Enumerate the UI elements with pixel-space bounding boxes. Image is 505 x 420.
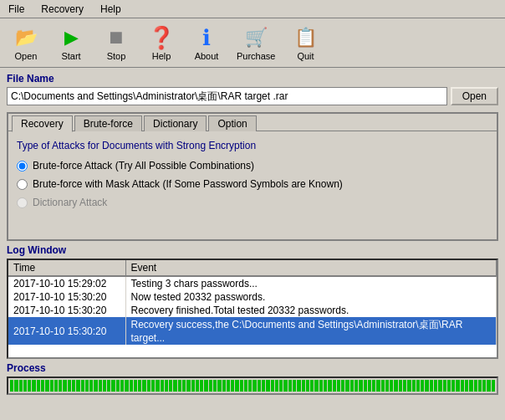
process-block (376, 380, 380, 392)
process-block (240, 380, 243, 392)
process-block (271, 380, 274, 392)
process-block (492, 380, 495, 392)
tab-header: Recovery Brute-force Dictionary Option (8, 114, 497, 131)
start-button[interactable]: ▶ Start (50, 22, 92, 64)
radio-dictionary-label: Dictionary Attack (33, 197, 107, 208)
purchase-button[interactable]: 🛒 Purchase (231, 22, 281, 64)
process-block (76, 380, 79, 392)
open-button[interactable]: 📂 Open (5, 22, 47, 64)
log-row[interactable]: 2017-10-10 15:30:20Now tested 20332 pass… (8, 290, 497, 304)
about-button[interactable]: ℹ About (186, 22, 227, 64)
process-block (138, 380, 141, 392)
radio-mask-attack: Brute-force with Mask Attack (If Some Pa… (17, 178, 488, 190)
process-block (45, 380, 48, 392)
start-icon: ▶ (58, 24, 84, 51)
process-block (103, 380, 106, 392)
process-block (72, 380, 75, 392)
process-block (487, 380, 490, 392)
process-block (125, 380, 128, 392)
process-section: Process (7, 362, 498, 395)
log-cell-event: Recovery success,the C:\Documents and Se… (125, 317, 497, 345)
about-icon: ℹ (193, 24, 220, 51)
process-block (368, 380, 371, 392)
process-block (213, 380, 217, 392)
process-block (41, 380, 44, 392)
process-block (288, 380, 292, 392)
open-icon: 📂 (13, 24, 39, 51)
toolbar: 📂 Open ▶ Start ⏹ Stop ❓ Help ℹ About 🛒 P… (0, 18, 505, 68)
file-input[interactable] (7, 87, 447, 105)
process-block (89, 380, 93, 392)
radio-mask-input[interactable] (17, 179, 28, 190)
log-row[interactable]: 2017-10-10 15:30:20Recovery finished.Tot… (8, 304, 497, 317)
process-block (235, 380, 238, 392)
process-block (209, 380, 212, 392)
process-block (186, 380, 190, 392)
process-block (341, 380, 344, 392)
process-block (364, 380, 367, 392)
quit-button[interactable]: 📋 Quit (284, 22, 326, 64)
process-block (262, 380, 265, 392)
radio-brute-force-input[interactable] (17, 161, 28, 172)
menu-recovery[interactable]: Recovery (36, 2, 89, 17)
process-block (258, 380, 261, 392)
log-cell-event: Recovery finished.Total tested 20332 pas… (125, 304, 497, 317)
process-block (407, 380, 411, 392)
log-cell-time: 2017-10-10 15:30:20 (8, 317, 125, 345)
process-block (10, 380, 13, 392)
process-block (204, 380, 207, 392)
menu-help[interactable]: Help (95, 2, 126, 17)
process-block (359, 380, 362, 392)
process-block (161, 380, 164, 392)
tab-recovery[interactable]: Recovery (12, 115, 73, 132)
log-cell-time: 2017-10-10 15:30:20 (8, 290, 125, 304)
help-button[interactable]: ❓ Help (140, 22, 182, 64)
log-table-container[interactable]: Time Event 2017-10-10 15:29:02Testing 3 … (7, 259, 498, 359)
log-header-row: Time Event (8, 260, 497, 276)
process-block (297, 380, 300, 392)
process-block (482, 380, 486, 392)
log-row[interactable]: 2017-10-10 15:30:20Recovery success,the … (8, 317, 497, 345)
process-block (461, 380, 464, 392)
process-block (244, 380, 247, 392)
menu-bar: File Recovery Help (0, 0, 505, 18)
process-block (355, 380, 358, 392)
process-block (37, 380, 40, 392)
log-cell-time: 2017-10-10 15:29:02 (8, 276, 125, 290)
tab-area: Recovery Brute-force Dictionary Option T… (7, 112, 498, 241)
log-cell-time: 2017-10-10 15:30:20 (8, 304, 125, 317)
process-block (319, 380, 323, 392)
tab-option[interactable]: Option (208, 115, 256, 131)
process-block (68, 380, 71, 392)
process-block (412, 380, 416, 392)
help-label: Help (152, 51, 171, 61)
log-row[interactable]: 2017-10-10 15:29:02Testing 3 chars passw… (8, 276, 497, 290)
process-block (81, 380, 84, 392)
process-block (169, 380, 172, 392)
process-block (302, 380, 305, 392)
radio-dictionary-input[interactable] (17, 197, 28, 208)
tab-dictionary[interactable]: Dictionary (144, 115, 207, 131)
process-block (32, 380, 35, 392)
process-block (99, 380, 102, 392)
process-block (314, 380, 318, 392)
process-block (474, 380, 477, 392)
tab-brute-force[interactable]: Brute-force (74, 115, 142, 131)
stop-button[interactable]: ⏹ Stop (95, 22, 137, 64)
process-block (275, 380, 278, 392)
process-bar (7, 376, 498, 395)
process-block (266, 380, 269, 392)
process-block (390, 380, 393, 392)
file-open-button[interactable]: Open (451, 87, 498, 105)
log-cell-event: Now tested 20332 passwords. (125, 290, 497, 304)
process-block (59, 380, 62, 392)
process-block (447, 380, 451, 392)
log-col-event: Event (125, 260, 497, 276)
process-block (151, 380, 155, 392)
quit-label: Quit (297, 51, 314, 61)
process-block (173, 380, 176, 392)
process-block (399, 380, 402, 392)
menu-file[interactable]: File (3, 2, 29, 17)
process-block (469, 380, 472, 392)
process-block (178, 380, 181, 392)
